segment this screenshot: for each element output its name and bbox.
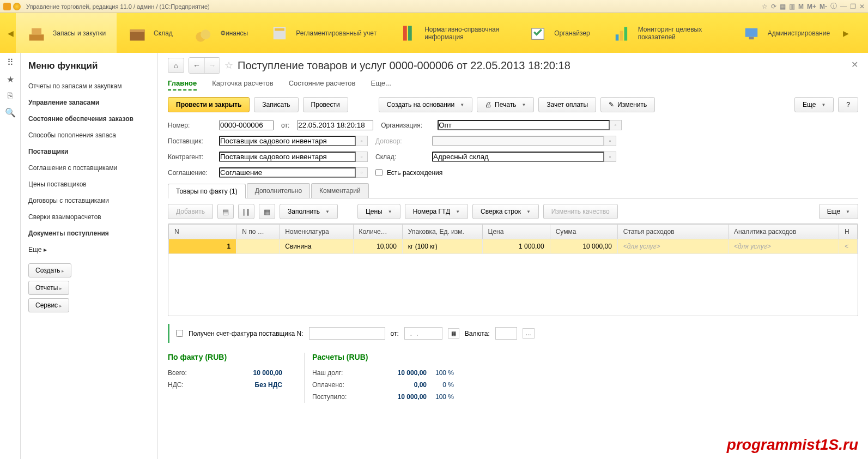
calc-icon[interactable]: ▦ xyxy=(780,3,786,10)
col-n[interactable]: N xyxy=(169,225,236,239)
quality-button[interactable]: Изменить качество xyxy=(543,204,618,219)
sidebar-item-receipt-docs[interactable]: Документы поступления xyxy=(28,225,150,241)
supplier-field[interactable] xyxy=(219,136,356,146)
favorite-doc-icon[interactable]: ☆ xyxy=(224,59,233,71)
cell-item[interactable]: Свинина xyxy=(280,239,353,254)
star-icon[interactable]: ☆ xyxy=(762,3,768,10)
sidebar-create-button[interactable]: Создать xyxy=(28,263,71,277)
nav-item-organizer[interactable]: Органайзер xyxy=(517,13,601,53)
contract-field[interactable] xyxy=(432,136,604,146)
sidebar-service-button[interactable]: Сервис xyxy=(28,298,69,312)
sidebar-item-contracts[interactable]: Договоры с поставщиками xyxy=(28,192,150,209)
offset-button[interactable]: Зачет оплаты xyxy=(538,97,596,112)
prices-button[interactable]: Цены▼ xyxy=(357,204,400,219)
reconcile-button[interactable]: Сверка строк▼ xyxy=(472,204,539,219)
sidebar-item-order-state[interactable]: Состояние обеспечения заказов xyxy=(28,111,150,127)
app-circle-icon[interactable] xyxy=(13,3,21,10)
gtd-button[interactable]: Номера ГТД▼ xyxy=(405,204,468,219)
refresh-icon[interactable]: ⟳ xyxy=(771,3,776,10)
sidebar-item-more[interactable]: Еще ▸ xyxy=(28,241,150,258)
col-pack[interactable]: Упаковка, Ед. изм. xyxy=(402,225,482,239)
m-button[interactable]: M xyxy=(798,3,804,10)
sidebar-item-replenish[interactable]: Способы пополнения запаса xyxy=(28,127,150,143)
subtab-extra[interactable]: Дополнительно xyxy=(247,183,310,198)
invoice-checkbox[interactable] xyxy=(176,330,183,337)
number-field[interactable] xyxy=(219,120,274,130)
nav-scroll-left-icon[interactable]: ◀ xyxy=(5,29,16,38)
sidebar-item-agreements[interactable]: Соглашения с поставщиками xyxy=(28,160,150,176)
sidebar-item-reports[interactable]: Отчеты по запасам и закупкам xyxy=(28,78,150,94)
save-button[interactable]: Записать xyxy=(254,97,298,112)
date-field[interactable] xyxy=(297,120,373,130)
post-close-button[interactable]: Провести и закрыть xyxy=(168,97,250,112)
sidebar-reports-button[interactable]: Отчеты xyxy=(28,281,69,295)
col-nby[interactable]: N по … xyxy=(236,225,280,239)
nav-item-accounting[interactable]: Регламентированный учет xyxy=(259,13,387,53)
col-ana[interactable]: Аналитика расходов xyxy=(728,225,839,239)
counterparty-open-icon[interactable]: ▫ xyxy=(356,152,368,162)
cell-n[interactable]: 1 xyxy=(169,239,236,254)
warehouse-open-icon[interactable]: ▫ xyxy=(604,152,616,162)
info-icon[interactable]: ⓘ xyxy=(830,2,837,11)
currency-field[interactable] xyxy=(495,327,517,340)
add-row-button[interactable]: Добавить xyxy=(168,204,213,219)
cell-qty[interactable]: 10,000 xyxy=(353,239,402,254)
home-button[interactable]: ⌂ xyxy=(168,58,184,73)
currency-lookup-icon[interactable]: … xyxy=(523,328,535,339)
contract-open-icon[interactable]: ▫ xyxy=(604,136,616,146)
invoice-cal-icon[interactable]: ▦ xyxy=(448,328,459,339)
help-button[interactable]: ? xyxy=(838,97,858,112)
col-item[interactable]: Номенклатура xyxy=(280,225,353,239)
nav-item-admin[interactable]: Администрирование xyxy=(731,13,841,53)
nav-item-monitoring[interactable]: Мониторинг целевых показателей xyxy=(601,13,731,53)
cell-ana[interactable]: <для услуг> xyxy=(728,239,839,254)
agreement-open-icon[interactable]: ▫ xyxy=(356,167,368,178)
maximize-icon[interactable]: ❐ xyxy=(850,3,856,10)
subtab-comment[interactable]: Комментарий xyxy=(311,183,369,198)
apps-icon[interactable]: ⠿ xyxy=(7,57,14,68)
cell-nby[interactable] xyxy=(236,239,280,254)
invoice-date-field[interactable] xyxy=(404,327,442,340)
history-icon[interactable]: ⎘ xyxy=(8,91,13,101)
warehouse-field[interactable] xyxy=(432,152,604,162)
sidebar-item-reconcile[interactable]: Сверки взаиморасчетов xyxy=(28,209,150,225)
m-minus-button[interactable]: M- xyxy=(820,3,827,10)
nav-item-warehouse[interactable]: Склад xyxy=(117,13,184,53)
search-icon[interactable]: 🔍 xyxy=(5,107,16,118)
invoice-number-field[interactable] xyxy=(309,327,385,340)
minimize-icon[interactable]: — xyxy=(840,3,847,10)
supplier-open-icon[interactable]: ▫ xyxy=(356,136,368,146)
calendar-icon[interactable]: ▥ xyxy=(789,3,795,10)
tab-more[interactable]: Еще... xyxy=(371,79,391,90)
col-price[interactable]: Цена xyxy=(482,225,550,239)
org-open-icon[interactable]: ▫ xyxy=(610,120,622,130)
diff-checkbox[interactable] xyxy=(375,169,383,176)
cell-exp[interactable]: <для услуг> xyxy=(617,239,728,254)
cell-sum[interactable]: 10 000,00 xyxy=(550,239,617,254)
favorite-icon[interactable]: ★ xyxy=(7,74,14,84)
barcode-icon[interactable]: ∥∥ xyxy=(238,204,254,219)
nav-scroll-right-icon[interactable]: ▶ xyxy=(841,29,851,38)
forward-button[interactable]: → xyxy=(204,58,220,73)
more-button[interactable]: Еще▼ xyxy=(794,97,834,112)
col-exp[interactable]: Статья расходов xyxy=(617,225,728,239)
tab-card[interactable]: Карточка расчетов xyxy=(212,79,273,90)
m-plus-button[interactable]: M+ xyxy=(807,3,816,10)
sidebar-item-prices[interactable]: Цены поставщиков xyxy=(28,176,150,192)
post-button[interactable]: Провести xyxy=(303,97,348,112)
sidebar-item-stock-mgmt[interactable]: Управление запасами xyxy=(28,94,150,111)
col-sum[interactable]: Сумма xyxy=(550,225,617,239)
counterparty-field[interactable] xyxy=(219,152,356,162)
nav-item-finance[interactable]: Финансы xyxy=(184,13,259,53)
tab-state[interactable]: Состояние расчетов xyxy=(289,79,356,90)
edit-button[interactable]: ✎ Изменить xyxy=(600,97,655,112)
table-more-button[interactable]: Еще▼ xyxy=(819,204,858,219)
nav-item-reference[interactable]: Нормативно-справочная информация xyxy=(387,13,517,53)
back-button[interactable]: ← xyxy=(189,58,204,73)
grid-icon[interactable]: ▦ xyxy=(259,204,275,219)
cell-price[interactable]: 1 000,00 xyxy=(482,239,550,254)
tab-main[interactable]: Главное xyxy=(168,79,197,90)
subtab-fact[interactable]: Товары по факту (1) xyxy=(168,184,246,198)
agreement-field[interactable] xyxy=(219,167,356,178)
sidebar-item-suppliers[interactable]: Поставщики xyxy=(28,143,150,160)
